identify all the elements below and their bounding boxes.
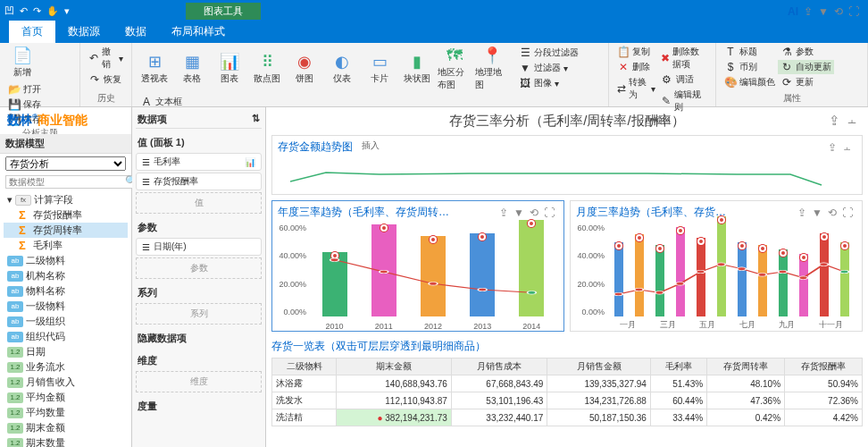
redo-button[interactable]: ↷恢复: [86, 72, 126, 87]
tree-item[interactable]: 1.2月销售收入: [4, 375, 128, 390]
dim-head: 维度: [136, 352, 262, 369]
reset-icon[interactable]: ⟲: [828, 207, 837, 219]
deldata-icon: ✖: [661, 52, 671, 64]
block-button[interactable]: ▮块状图: [400, 51, 434, 85]
param-pill[interactable]: ☰日期(年): [136, 238, 262, 256]
reset-icon[interactable]: ⟲: [530, 207, 538, 219]
field-tree[interactable]: ▾fx计算字段Σ存货报酬率Σ存货周转率Σ毛利率ab二级物料ab机构名称ab物料名…: [0, 190, 131, 447]
geomap-button[interactable]: 📍地理地图: [475, 45, 509, 91]
delete-button[interactable]: ✕删除: [614, 60, 658, 74]
export-icon[interactable]: ⇪: [499, 207, 508, 219]
filter-button[interactable]: ▼过滤器▾: [516, 61, 581, 75]
group-label: 历史: [86, 92, 126, 105]
trend-chart[interactable]: 存货金额趋势图 ⇪⫠: [271, 135, 863, 195]
currency-icon: $: [724, 61, 737, 73]
touch-icon[interactable]: ✋: [46, 5, 59, 17]
model-select[interactable]: 存货分析: [5, 156, 126, 171]
qat-dropdown-icon[interactable]: ▾: [64, 5, 70, 17]
export-icon[interactable]: ⇪: [829, 113, 840, 129]
deldata-button[interactable]: ✖删除数据项: [658, 45, 710, 72]
bars-icon: 📊: [245, 157, 255, 167]
tree-item[interactable]: Σ毛利率: [4, 238, 128, 253]
copy-icon: 📋: [617, 46, 630, 58]
value-pill[interactable]: ☰毛利率📊: [136, 153, 262, 171]
scatter-button[interactable]: ⠿散点图: [250, 51, 284, 85]
redo-icon[interactable]: ↷: [33, 5, 41, 17]
series-head: 系列: [136, 284, 262, 301]
chart-button[interactable]: 📊图表: [213, 51, 246, 85]
segfilter-button[interactable]: ☰分段过滤器: [516, 46, 581, 60]
export-icon[interactable]: ⇪: [828, 141, 837, 154]
yearly-chart[interactable]: 年度三率趋势（毛利率、存货周转… ⇪▼⟲⛶ 60.00%40.00%20.00%…: [271, 200, 564, 332]
max-icon[interactable]: ⛶: [544, 207, 555, 219]
svg-point-8: [676, 283, 685, 286]
title-button[interactable]: T标题: [722, 45, 778, 59]
image-button[interactable]: 🖼图像▾: [516, 76, 581, 90]
value-pill[interactable]: ☰存货报酬率: [136, 173, 262, 190]
new-button[interactable]: 📄新增: [5, 45, 39, 79]
tree-item[interactable]: ab一级物料: [4, 299, 128, 314]
open-button[interactable]: 📂打开: [5, 82, 44, 97]
tree-item[interactable]: ab物料名称: [4, 283, 128, 299]
svg-point-6: [635, 288, 644, 291]
adjust-button[interactable]: ⚙调适: [658, 72, 710, 87]
gauge-button[interactable]: ◐仪表: [325, 51, 359, 85]
tab-home[interactable]: 首页: [9, 21, 55, 43]
left-panel: 数林®商业智能 数据模型 存货分析 🔍 ⊞ ▾fx计算字段Σ存货报酬率Σ存货周转…: [0, 107, 132, 447]
undo-button[interactable]: ↶撤销▾: [86, 45, 126, 72]
max-icon[interactable]: ⛶: [842, 207, 853, 219]
filter-icon[interactable]: ⫠: [842, 141, 853, 154]
tree-item[interactable]: 1.2期末金额: [4, 420, 128, 435]
tree-item[interactable]: 1.2期末数量: [4, 435, 128, 447]
mapdist-button[interactable]: 🗺地区分布图: [438, 45, 472, 91]
tab-layout[interactable]: 布局和样式: [159, 21, 238, 43]
tree-item[interactable]: 1.2业务流水: [4, 359, 128, 375]
tree-item[interactable]: ab机构名称: [4, 268, 128, 283]
tree-item[interactable]: ab二级物料: [4, 253, 128, 268]
tree-item[interactable]: Σ存货报酬率: [4, 207, 128, 223]
inventory-table[interactable]: 二级物料期末金额月销售成本月销售金额毛利率存货周转率存货报酬率沐浴露140,68…: [271, 358, 863, 426]
param-dropzone[interactable]: 参数: [136, 257, 262, 279]
main-area: 数林®商业智能 数据模型 存货分析 🔍 ⊞ ▾fx计算字段Σ存货报酬率Σ存货周转…: [0, 107, 868, 447]
copy-button[interactable]: 📋复制: [614, 45, 658, 59]
filter-icon[interactable]: ▼: [513, 207, 524, 219]
svg-point-3: [478, 288, 487, 291]
export-icon[interactable]: ⇪: [797, 207, 806, 219]
autoupdate-button[interactable]: ↻自动更新: [778, 60, 834, 74]
save-icon[interactable]: 凹: [4, 4, 14, 18]
tree-item[interactable]: 1.2平均金额: [4, 390, 128, 405]
gauge-icon: ◐: [331, 51, 353, 72]
sort-icon[interactable]: ⇅: [252, 113, 260, 126]
tree-item[interactable]: ▾fx计算字段: [4, 192, 128, 207]
svg-point-7: [655, 291, 664, 295]
pie-button[interactable]: ◉饼图: [288, 51, 321, 85]
tree-item[interactable]: 1.2平均数量: [4, 405, 128, 420]
monthly-chart[interactable]: 月度三率趋势（毛利率、存货… ⇪▼⟲⛶ 60.00%40.00%20.00%0.…: [570, 200, 863, 332]
tab-datasource[interactable]: 数据源: [55, 21, 113, 43]
convert-button[interactable]: ⇄转换为▾: [614, 75, 658, 102]
pivot-button[interactable]: ⊞透视表: [138, 51, 171, 85]
tree-item[interactable]: ab组织代码: [4, 329, 128, 344]
editcolor-button[interactable]: 🎨编辑颜色: [722, 75, 778, 89]
svg-point-9: [697, 270, 705, 274]
dim-dropzone[interactable]: 维度: [136, 371, 262, 392]
pivot-icon: ⊞: [144, 51, 165, 72]
update-button[interactable]: ⟳更新: [778, 75, 834, 89]
filter-icon[interactable]: ▼: [812, 207, 822, 219]
tree-item[interactable]: 1.2日期: [4, 344, 128, 359]
value-dropzone[interactable]: 值: [136, 192, 262, 214]
table-icon: ▦: [181, 51, 203, 72]
filter-icon[interactable]: ⫠: [846, 113, 859, 129]
series-dropzone[interactable]: 系列: [136, 303, 262, 325]
currency-button[interactable]: $币别: [722, 60, 778, 74]
param-button[interactable]: ⚗参数: [778, 45, 834, 59]
search-input[interactable]: [5, 175, 138, 189]
values-head: 值 (面板 1): [136, 134, 262, 151]
card-button[interactable]: ▭卡片: [363, 51, 396, 85]
table-button[interactable]: ▦表格: [175, 51, 209, 85]
tree-item[interactable]: Σ存货周转率: [4, 223, 128, 238]
svg-point-2: [429, 283, 438, 286]
undo-icon[interactable]: ↶: [20, 5, 28, 17]
tab-data[interactable]: 数据: [113, 21, 159, 43]
tree-item[interactable]: ab一级组织: [4, 314, 128, 329]
